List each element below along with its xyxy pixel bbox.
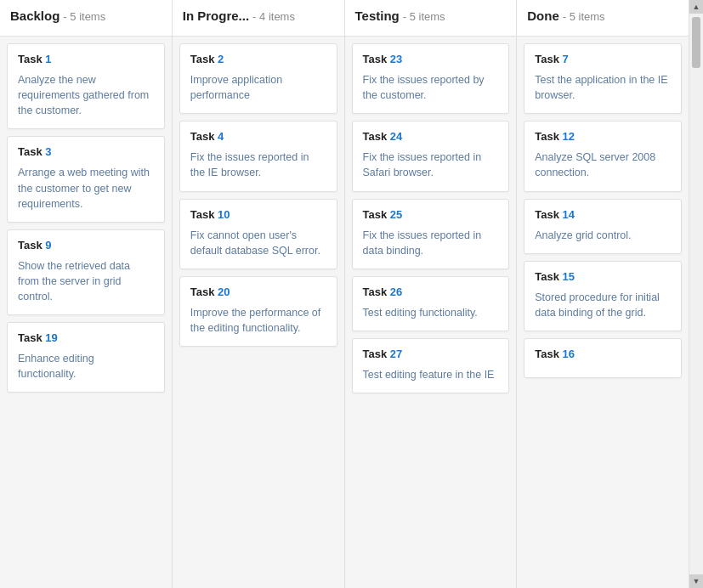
task-title-14: Task 14	[535, 208, 671, 221]
task-num-24: 24	[390, 130, 402, 143]
task-card-19[interactable]: Task 19Enhance editing functionality.	[7, 322, 165, 393]
task-num-3: 3	[45, 145, 51, 158]
task-card-10[interactable]: Task 10Fix cannot open user's default da…	[179, 199, 337, 269]
task-card-9[interactable]: Task 9Show the retrieved data from the s…	[7, 229, 165, 315]
scrollbar-thumb[interactable]	[692, 17, 700, 68]
task-title-7: Task 7	[535, 53, 671, 65]
task-num-15: 15	[563, 270, 575, 283]
column-count-inprogress: - 4 items	[252, 10, 295, 23]
column-title-done: Done	[527, 8, 559, 23]
task-card-23[interactable]: Task 23Fix the issues reported by the cu…	[352, 43, 510, 114]
task-card-7[interactable]: Task 7Test the application in the IE bro…	[524, 43, 682, 114]
task-card-3[interactable]: Task 3Arrange a web meeting with the cus…	[7, 136, 165, 222]
task-num-14: 14	[563, 208, 575, 221]
task-desc-25: Fix the issues reported in data binding.	[363, 228, 499, 258]
task-desc-23: Fix the issues reported by the customer.	[363, 72, 499, 103]
task-num-19: 19	[45, 331, 57, 344]
task-card-14[interactable]: Task 14Analyze grid control.	[524, 199, 682, 254]
column-header-testing: Testing- 5 items	[345, 0, 517, 37]
task-num-25: 25	[390, 208, 402, 221]
task-card-2[interactable]: Task 2Improve application performance	[179, 43, 337, 114]
task-title-26: Task 26	[363, 286, 499, 298]
task-card-12[interactable]: Task 12Analyze SQL server 2008 connectio…	[524, 121, 682, 191]
task-desc-10: Fix cannot open user's default database …	[190, 228, 326, 258]
task-card-1[interactable]: Task 1Analyze the new requirements gathe…	[7, 43, 165, 129]
task-title-15: Task 15	[535, 270, 671, 283]
task-title-24: Task 24	[363, 130, 499, 143]
kanban-board: Backlog- 5 itemsTask 1Analyze the new re…	[0, 0, 703, 588]
task-desc-7: Test the application in the IE browser.	[535, 72, 671, 103]
task-card-4[interactable]: Task 4Fix the issues reported in the IE …	[179, 121, 337, 191]
task-num-7: 7	[563, 53, 569, 65]
column-header-backlog: Backlog- 5 items	[0, 0, 172, 37]
task-title-19: Task 19	[18, 331, 154, 344]
task-desc-3: Arrange a web meeting with the customer …	[18, 165, 154, 211]
column-done: Done- 5 itemsTask 7Test the application …	[517, 0, 689, 588]
task-num-27: 27	[390, 348, 402, 360]
task-title-2: Task 2	[190, 53, 326, 65]
task-num-1: 1	[45, 53, 51, 65]
task-card-26[interactable]: Task 26Test editing functionality.	[352, 276, 510, 331]
task-title-20: Task 20	[190, 286, 326, 298]
task-title-25: Task 25	[363, 208, 499, 221]
task-num-10: 10	[218, 208, 230, 221]
column-count-done: - 5 items	[563, 10, 605, 23]
task-card-27[interactable]: Task 27Test editing feature in the IE	[352, 338, 510, 393]
task-title-3: Task 3	[18, 145, 154, 158]
task-title-9: Task 9	[18, 239, 154, 252]
column-title-inprogress: In Progre...	[183, 8, 249, 23]
column-title-testing: Testing	[355, 8, 400, 23]
task-desc-2: Improve application performance	[190, 72, 326, 103]
task-num-12: 12	[563, 130, 575, 143]
task-title-12: Task 12	[535, 130, 671, 143]
column-body-done[interactable]: Task 7Test the application in the IE bro…	[517, 37, 689, 588]
scrollbar-track[interactable]	[689, 14, 703, 574]
task-card-16[interactable]: Task 16	[524, 338, 682, 378]
scrollbar-area[interactable]: ▲▼	[689, 0, 703, 588]
task-desc-12: Analyze SQL server 2008 connection.	[535, 150, 671, 180]
task-num-4: 4	[218, 130, 224, 143]
column-header-inprogress: In Progre...- 4 items	[173, 0, 344, 37]
task-desc-14: Analyze grid control.	[535, 228, 671, 243]
column-testing: Testing- 5 itemsTask 23Fix the issues re…	[345, 0, 518, 588]
task-num-23: 23	[390, 53, 402, 65]
task-num-20: 20	[218, 286, 230, 298]
column-body-backlog[interactable]: Task 1Analyze the new requirements gathe…	[0, 37, 172, 588]
task-num-26: 26	[390, 286, 402, 298]
task-title-4: Task 4	[190, 130, 326, 143]
task-num-2: 2	[218, 53, 224, 65]
task-num-16: 16	[563, 348, 575, 360]
task-title-16: Task 16	[535, 348, 671, 360]
task-title-23: Task 23	[363, 53, 499, 65]
column-count-backlog: - 5 items	[63, 10, 105, 23]
column-inprogress: In Progre...- 4 itemsTask 2Improve appli…	[173, 0, 345, 588]
task-num-9: 9	[45, 239, 51, 252]
scrollbar-down-arrow[interactable]: ▼	[689, 574, 703, 588]
column-body-inprogress[interactable]: Task 2Improve application performanceTas…	[173, 37, 344, 588]
task-desc-27: Test editing feature in the IE	[363, 367, 499, 382]
task-desc-4: Fix the issues reported in the IE browse…	[190, 150, 326, 180]
task-desc-1: Analyze the new requirements gathered fr…	[18, 72, 154, 118]
task-title-1: Task 1	[18, 53, 154, 65]
task-card-24[interactable]: Task 24Fix the issues reported in Safari…	[352, 121, 510, 191]
task-desc-9: Show the retrieved data from the server …	[18, 258, 154, 304]
task-title-10: Task 10	[190, 208, 326, 221]
task-card-25[interactable]: Task 25Fix the issues reported in data b…	[352, 199, 510, 269]
column-title-backlog: Backlog	[10, 8, 60, 23]
column-backlog: Backlog- 5 itemsTask 1Analyze the new re…	[0, 0, 173, 588]
task-title-27: Task 27	[363, 348, 499, 360]
task-desc-26: Test editing functionality.	[363, 305, 499, 320]
column-header-done: Done- 5 items	[517, 0, 689, 37]
task-desc-19: Enhance editing functionality.	[18, 351, 154, 382]
task-card-15[interactable]: Task 15Stored procedure for initial data…	[524, 261, 682, 331]
task-desc-24: Fix the issues reported in Safari browse…	[363, 150, 499, 180]
task-card-20[interactable]: Task 20Improve the performance of the ed…	[179, 276, 337, 347]
column-body-testing[interactable]: Task 23Fix the issues reported by the cu…	[345, 37, 517, 588]
column-count-testing: - 5 items	[403, 10, 445, 23]
task-desc-20: Improve the performance of the editing f…	[190, 305, 326, 336]
scrollbar-up-arrow[interactable]: ▲	[689, 0, 703, 14]
task-desc-15: Stored procedure for initial data bindin…	[535, 290, 671, 320]
